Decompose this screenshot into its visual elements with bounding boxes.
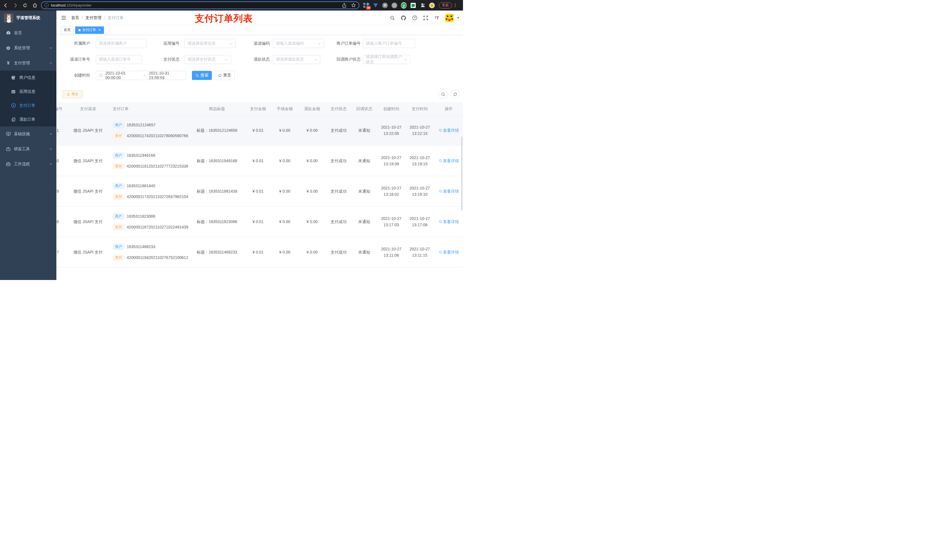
chevron-down-icon bbox=[49, 132, 52, 136]
filter-label-channel-order: 渠道订单号 bbox=[62, 57, 90, 62]
forward-icon[interactable] bbox=[12, 3, 18, 8]
home-icon[interactable] bbox=[32, 3, 38, 8]
chevron-down-icon bbox=[49, 163, 52, 166]
pay-amount: ¥ 0.01 bbox=[245, 249, 271, 255]
sidebar-item-devtools[interactable]: 研发工具 bbox=[0, 142, 56, 157]
sidebar-item-merchant-info[interactable]: 商户信息 bbox=[0, 71, 56, 85]
chevron-up-icon bbox=[49, 62, 52, 65]
fullscreen-icon[interactable] bbox=[423, 15, 428, 21]
filter-label-pay-status: 支付状态 bbox=[152, 57, 179, 62]
sidebar-item-system[interactable]: 系统管理 bbox=[0, 41, 56, 56]
reload-icon[interactable] bbox=[22, 3, 28, 8]
sidebar-item-app-info[interactable]: 应用信息 bbox=[0, 85, 56, 98]
sidebar-item-payment[interactable]: ¥ 支付管理 bbox=[0, 56, 56, 71]
chevron-down-icon bbox=[225, 58, 228, 61]
sidebar-item-label: 首页 bbox=[14, 30, 22, 36]
pay-amount: ¥ 0.01 bbox=[245, 158, 271, 164]
sidebar-item-pay-order[interactable]: ¥ 支付订单 bbox=[0, 98, 56, 112]
extension-boards-icon[interactable]: 10 bbox=[363, 3, 369, 8]
export-button[interactable]: 导出 bbox=[62, 90, 83, 98]
app-no-select[interactable]: 请选择应用信息 bbox=[185, 39, 236, 48]
refund-status-select[interactable]: 请选择退款状态 bbox=[273, 55, 320, 64]
sidebar-item-workflow[interactable]: 工作流程 bbox=[0, 157, 56, 172]
callback-status: 未通知 bbox=[351, 249, 377, 255]
extension-chat-icon[interactable] bbox=[410, 3, 416, 8]
extension-smiley-icon[interactable] bbox=[429, 3, 435, 8]
refresh-button[interactable] bbox=[451, 90, 460, 99]
sidebar-item-label: 基础设施 bbox=[14, 131, 30, 137]
fee-amount: ¥ 0.00 bbox=[271, 158, 298, 164]
sidebar-item-infra[interactable]: 基础设施 bbox=[0, 126, 56, 142]
merchant-input[interactable]: 请选择所属商户 bbox=[96, 39, 147, 48]
address-bar[interactable]: i localhost:1024/pay/order bbox=[41, 2, 359, 9]
chevron-down-icon bbox=[49, 46, 52, 50]
sidebar-item-home[interactable]: 首页 bbox=[0, 25, 56, 41]
refund-amount: ¥ 0.00 bbox=[298, 127, 326, 133]
font-size-icon[interactable]: TT bbox=[434, 15, 440, 21]
close-icon[interactable]: ✕ bbox=[98, 28, 101, 32]
extensions-puzzle-icon[interactable] bbox=[420, 3, 425, 8]
view-detail-link[interactable]: 查看详情 bbox=[439, 219, 459, 225]
col-channel: 支付渠道 bbox=[70, 106, 106, 112]
date-separator: - bbox=[142, 73, 147, 78]
shop-icon bbox=[11, 75, 16, 80]
view-detail-link[interactable]: 查看详情 bbox=[439, 249, 459, 255]
sidebar-toggle-icon[interactable] bbox=[61, 15, 67, 21]
avatar[interactable] bbox=[445, 14, 454, 22]
create-time-range-picker[interactable]: 2021-10-01 00:00:00 - 2021-10-31 23:59:5… bbox=[96, 71, 186, 80]
grid-icon bbox=[11, 89, 16, 94]
browser-update-button[interactable]: 更新 bbox=[439, 2, 452, 9]
toggle-search-button[interactable] bbox=[439, 90, 448, 99]
date-end: 2021-10-31 23:59:59 bbox=[149, 71, 183, 80]
bookmark-star-icon[interactable] bbox=[351, 3, 356, 8]
chevron-down-icon bbox=[230, 42, 233, 45]
avatar-caret-icon[interactable]: ▼ bbox=[457, 16, 460, 20]
help-icon[interactable]: ? bbox=[412, 15, 418, 21]
breadcrumb-payment[interactable]: 支付管理 bbox=[85, 15, 101, 21]
channel-order-input[interactable]: 请输入渠道订单号 bbox=[96, 55, 142, 64]
reset-button[interactable]: 重置 bbox=[215, 71, 235, 80]
sidebar-item-refund-order[interactable]: 退款订单 bbox=[0, 112, 56, 126]
pay-tag: 支付 bbox=[113, 224, 124, 230]
extension-y-icon[interactable]: y bbox=[401, 3, 407, 8]
merchant-order-input[interactable]: 请输入商户订单编号 bbox=[363, 39, 415, 48]
pay-tag: 支付 bbox=[113, 133, 124, 139]
search-icon[interactable] bbox=[390, 15, 395, 21]
browser-nav bbox=[0, 3, 41, 8]
merchant-tag: 商户 bbox=[113, 152, 124, 158]
github-icon[interactable] bbox=[401, 15, 406, 21]
pay-amount: ¥ 0.01 bbox=[245, 127, 271, 133]
channel-code-select[interactable]: 请输入渠道编码 bbox=[273, 39, 324, 48]
scrollbar-thumb[interactable] bbox=[461, 137, 462, 211]
filter-label-merchant-order: 商户订单编号 bbox=[328, 41, 360, 46]
extension-command-icon[interactable]: ⌘ bbox=[382, 3, 388, 8]
pay-status-select[interactable]: 请选择支付状态 bbox=[185, 55, 231, 64]
tab-home[interactable]: 首页 bbox=[61, 26, 73, 34]
back-icon[interactable] bbox=[3, 3, 9, 8]
sidebar-item-label: 商户信息 bbox=[20, 75, 35, 80]
date-start: 2021-10-01 00:00:00 bbox=[105, 71, 139, 80]
browser-menu-icon[interactable] bbox=[455, 3, 455, 7]
table-toolbar: 导出 bbox=[56, 87, 463, 99]
orders-table: 编号 支付渠道 支付订单 商品标题 支付金额 手续金额 退款金额 支付状态 回调… bbox=[56, 102, 463, 280]
app-logo[interactable]: 芋道管理系统 bbox=[0, 11, 56, 25]
extension-gem-icon[interactable] bbox=[373, 3, 378, 8]
view-detail-link[interactable]: 查看详情 bbox=[439, 127, 459, 133]
callback-status-select[interactable]: 请选择订单回调商户状态 bbox=[363, 55, 410, 64]
product-title: 1635311823086 bbox=[209, 219, 237, 224]
extension-dot-icon[interactable] bbox=[392, 3, 397, 8]
share-icon[interactable] bbox=[342, 3, 346, 8]
breadcrumb-home[interactable]: 首页 bbox=[71, 15, 79, 21]
view-detail-link[interactable]: 查看详情 bbox=[439, 188, 459, 194]
gear-icon bbox=[6, 46, 11, 50]
pay-amount: ¥ 0.01 bbox=[245, 188, 271, 194]
tab-pay-order[interactable]: 支付订单 ✕ bbox=[75, 26, 104, 34]
site-info-icon[interactable]: i bbox=[44, 3, 49, 8]
view-detail-link[interactable]: 查看详情 bbox=[439, 158, 459, 164]
filter-label-merchant: 所属商户 bbox=[62, 41, 90, 46]
product-title: 1635311949168 bbox=[209, 158, 237, 163]
pay-order-no: 4200001194202110276752100612 bbox=[127, 254, 188, 261]
chevron-down-icon bbox=[404, 58, 407, 61]
search-button[interactable]: 搜索 bbox=[192, 71, 212, 80]
table-header: 编号 支付渠道 支付订单 商品标题 支付金额 手续金额 退款金额 支付状态 回调… bbox=[56, 102, 463, 115]
